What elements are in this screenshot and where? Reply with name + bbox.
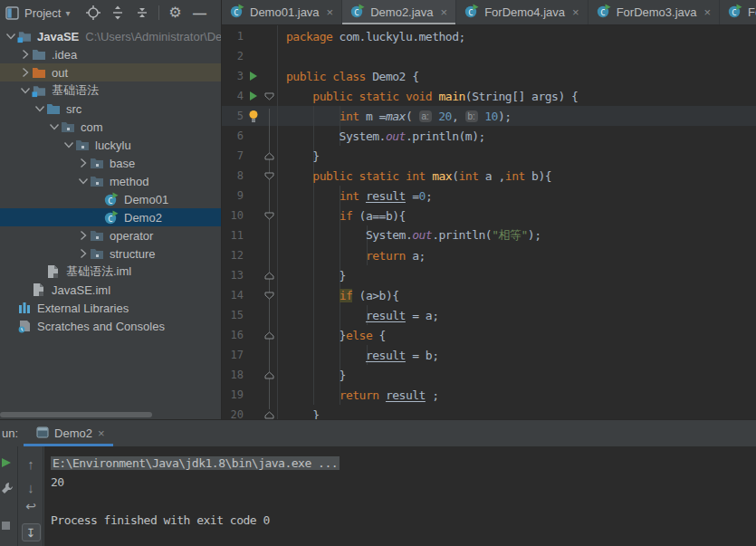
code-line-4[interactable]: 4 public static void main(String[] args)…	[222, 86, 756, 106]
tree-item-structure[interactable]: structure	[0, 244, 221, 263]
horizontal-scrollbar[interactable]	[0, 412, 152, 417]
code-line-10[interactable]: 10 if (a==b){	[222, 206, 756, 225]
tab-fordemo3.java[interactable]: CForDemo3.java×	[589, 0, 720, 24]
fold-marker[interactable]	[262, 92, 277, 101]
code-line-17[interactable]: 17 result = b;	[222, 345, 756, 365]
fold-marker[interactable]	[262, 371, 277, 379]
fold-marker[interactable]	[262, 411, 277, 419]
parameter-hint: b:	[465, 110, 478, 122]
code-line-11[interactable]: 11 System.out.println("相等");	[222, 225, 756, 245]
hide-panel-icon[interactable]: —	[192, 5, 208, 21]
tree-item-base[interactable]: base	[0, 154, 221, 172]
tab-fordem[interactable]: CForDem	[720, 0, 756, 24]
code-line-2[interactable]: 2	[222, 46, 756, 66]
tree-item-method[interactable]: method	[0, 172, 221, 190]
chevron-down-icon[interactable]	[62, 141, 75, 148]
tree-item-luckylu[interactable]: luckylu	[0, 136, 221, 154]
run-panel-label: un:	[2, 426, 18, 440]
close-icon[interactable]: ×	[98, 426, 105, 440]
tree-item-out[interactable]: out	[0, 63, 221, 81]
chevron-down-icon[interactable]	[47, 123, 61, 130]
tree-item-基础语法[interactable]: 基础语法	[0, 81, 221, 100]
close-icon[interactable]: ×	[441, 5, 448, 19]
soft-wrap-icon[interactable]: ↩	[25, 499, 36, 521]
tab-demo2.java[interactable]: CDemo2.java×	[342, 0, 456, 24]
chevron-right-icon[interactable]	[76, 230, 90, 241]
code-line-15[interactable]: 15 result = a;	[222, 305, 756, 325]
intention-bulb-icon[interactable]	[245, 110, 262, 122]
close-icon[interactable]: ×	[572, 5, 579, 19]
code-line-13[interactable]: 13 }	[222, 265, 756, 285]
console-line: 20	[51, 473, 756, 492]
code-line-3[interactable]: 3public class Demo2 {	[222, 66, 756, 86]
project-panel-title[interactable]: Project	[24, 6, 61, 20]
tree-item-external-libraries[interactable]: External Libraries	[0, 299, 221, 317]
tree-item-javase.iml[interactable]: JavaSE.iml	[0, 281, 221, 299]
tree-item-javase[interactable]: JavaSEC:\Users\Administrator\Desk	[0, 27, 221, 45]
run-gutter-icon[interactable]	[245, 72, 262, 81]
code-line-14[interactable]: 14 if (a>b){	[222, 285, 756, 305]
tab-demo01.java[interactable]: CDemo01.java×	[222, 0, 342, 24]
console-output[interactable]: E:\Environment\Java\jdk1.8\bin\java.exe …	[44, 446, 756, 546]
fold-marker[interactable]	[262, 152, 277, 160]
chevron-right-icon[interactable]	[76, 248, 90, 259]
line-number: 2	[222, 50, 245, 62]
code-line-6[interactable]: 6 System.out.println(m);	[222, 126, 756, 146]
tree-item-.idea[interactable]: .idea	[0, 45, 221, 63]
tree-item-scratches-and-consoles[interactable]: Scratches and Consoles	[0, 317, 221, 335]
chevron-right-icon[interactable]	[18, 67, 32, 78]
tree-item-com[interactable]: com	[0, 118, 221, 136]
tree-item-operator[interactable]: operator	[0, 226, 221, 244]
line-number: 6	[222, 129, 245, 142]
stop-button[interactable]	[1, 518, 11, 534]
chevron-right-icon[interactable]	[18, 49, 32, 60]
collapse-all-icon[interactable]	[134, 5, 150, 21]
wrench-icon[interactable]	[1, 482, 14, 498]
run-console-tab[interactable]: Demo2 ×	[31, 420, 110, 446]
fold-marker[interactable]	[262, 172, 277, 180]
close-icon[interactable]: ×	[704, 5, 712, 19]
code-line-20[interactable]: 20 }	[222, 405, 756, 419]
locate-file-icon[interactable]	[85, 5, 101, 21]
toolbar-separator	[158, 5, 159, 20]
code-line-19[interactable]: 19 return result ;	[222, 385, 756, 405]
java-class-icon: C	[104, 210, 119, 225]
expand-all-icon[interactable]	[110, 5, 126, 21]
code-line-18[interactable]: 18 }	[222, 365, 756, 385]
chevron-down-icon[interactable]	[76, 177, 90, 185]
chevron-down-icon[interactable]	[33, 105, 46, 112]
tree-item-label: src	[66, 102, 81, 116]
code-line-5[interactable]: 5 int m =max( a: 20, b: 10);	[222, 106, 756, 126]
java-class-icon: C	[728, 4, 742, 21]
tree-item-demo01[interactable]: CDemo01	[0, 190, 221, 208]
tree-item-基础语法.iml[interactable]: 基础语法.iml	[0, 263, 221, 281]
chevron-down-icon[interactable]: ▾	[65, 8, 70, 18]
code-text: return a;	[286, 249, 426, 263]
code-line-8[interactable]: 8 public static int max(int a ,int b){	[222, 166, 756, 186]
chevron-right-icon[interactable]	[76, 158, 90, 168]
tree-item-demo2[interactable]: CDemo2	[0, 208, 221, 226]
tree-item-src[interactable]: src	[0, 100, 221, 118]
prev-occurrence-icon[interactable]: ↑	[27, 452, 34, 475]
scroll-to-end-icon[interactable]: ↧	[22, 523, 41, 541]
next-occurrence-icon[interactable]: ↓	[27, 475, 34, 499]
fold-marker[interactable]	[262, 331, 277, 340]
close-icon[interactable]: ×	[327, 5, 334, 19]
run-gutter-icon[interactable]	[245, 91, 262, 101]
settings-gear-icon[interactable]: ⚙	[167, 5, 184, 21]
code-line-12[interactable]: 12 return a;	[222, 245, 756, 265]
tab-fordemo4.java[interactable]: CForDemo4.java×	[456, 0, 588, 24]
code-line-16[interactable]: 16 }else {	[222, 325, 756, 345]
fold-marker[interactable]	[262, 212, 277, 220]
code-line-9[interactable]: 9 int result =0;	[222, 186, 756, 206]
code-line-1[interactable]: 1package com.luckylu.method;	[222, 26, 756, 46]
project-tree: JavaSEC:\Users\Administrator\Desk.ideaou…	[0, 27, 221, 408]
rerun-button[interactable]	[1, 455, 12, 472]
chevron-down-icon[interactable]	[4, 33, 17, 40]
code-text: return result ;	[286, 388, 439, 402]
code-line-7[interactable]: 7 }	[222, 146, 756, 166]
fold-marker[interactable]	[262, 292, 277, 300]
code-editor[interactable]: 1package com.luckylu.method;23public cla…	[222, 25, 756, 419]
fold-marker[interactable]	[262, 272, 277, 280]
chevron-down-icon[interactable]	[18, 87, 32, 94]
